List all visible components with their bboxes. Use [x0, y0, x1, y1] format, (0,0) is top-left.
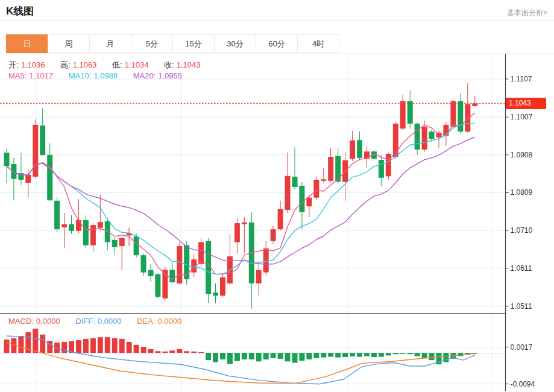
macd-bar: [119, 339, 125, 353]
macd-axis-label: -0.0094: [511, 380, 535, 388]
candle: [25, 175, 31, 183]
candle: [299, 186, 304, 212]
candle: [393, 124, 398, 157]
macd-readout: MACD:0.0000 DIFF:0.0000 DEA:0.0000: [8, 317, 184, 326]
close-label: 收:: [164, 60, 174, 69]
candle: [198, 242, 204, 264]
candle: [61, 224, 67, 227]
low-value: 1.1034: [125, 60, 149, 69]
price-axis-label: 1.0809: [511, 188, 533, 197]
macd-bar: [429, 353, 435, 360]
macd-bar: [235, 353, 240, 361]
macd-bar: [220, 353, 225, 359]
macd-bar: [69, 341, 74, 353]
macd-bar: [408, 353, 413, 354]
candle: [177, 246, 182, 283]
candle: [119, 238, 125, 246]
macd-bar: [379, 353, 384, 357]
candle: [220, 277, 225, 296]
candle: [155, 274, 160, 297]
candle: [184, 245, 189, 279]
price-axis-label: 1.0511: [511, 302, 532, 311]
high-label: 高:: [60, 60, 71, 69]
candle: [141, 255, 146, 273]
candle: [313, 180, 319, 198]
macd-bar: [335, 353, 341, 358]
candle: [40, 125, 45, 155]
ohlc-readout: 开:1.1036 高:1.1063 低:1.1034 收:1.1043: [8, 60, 203, 71]
candle: [285, 176, 291, 210]
macd-bar: [321, 353, 326, 358]
candle: [436, 133, 442, 138]
ma20-label: MA20:: [133, 71, 156, 80]
macd-bar: [357, 353, 362, 357]
candle: [415, 124, 420, 150]
candle: [105, 221, 110, 242]
macd-bar: [400, 353, 406, 354]
candle: [400, 101, 406, 129]
macd-bar: [18, 336, 24, 353]
candle: [242, 223, 247, 224]
macd-bar: [169, 350, 175, 353]
open-label: 开:: [8, 60, 19, 69]
macd-bar: [4, 340, 10, 353]
macd-bar: [292, 353, 298, 363]
candle: [422, 127, 427, 150]
candle: [386, 154, 391, 176]
ma20-line: [7, 138, 475, 265]
candle: [357, 140, 362, 158]
candle: [69, 224, 74, 231]
macd-bar: [83, 339, 89, 353]
candle: [134, 236, 139, 255]
macd-bar: [33, 329, 38, 353]
candle: [206, 241, 211, 294]
macd-label: MACD:: [8, 317, 34, 326]
candle: [256, 270, 262, 283]
macd-bar: [191, 352, 197, 353]
macd-bar: [271, 353, 276, 358]
dea-value: 0.0000: [158, 317, 182, 326]
macd-bar: [112, 338, 118, 353]
macd-axis-label: 0.0017: [511, 343, 533, 352]
low-label: 低:: [112, 60, 122, 69]
price-axis-label: 1.1107: [511, 75, 532, 83]
ma-readout: MA5:1.1017 MA10:1.0989 MA20:1.0955: [8, 71, 184, 80]
macd-bar: [206, 353, 211, 360]
candle: [408, 101, 413, 124]
kline-chart-svg[interactable]: 1.11071.10071.09081.08091.07101.06111.05…: [0, 0, 554, 392]
diff-value: 0.0000: [98, 317, 122, 326]
ma10-line: [7, 124, 475, 274]
macd-bar: [127, 342, 132, 353]
macd-bar: [177, 349, 182, 353]
macd-bar: [299, 353, 304, 361]
macd-value: 0.0000: [36, 317, 60, 326]
candle: [278, 209, 283, 230]
price-axis-label: 1.0611: [511, 264, 532, 273]
diff-label: DIFF:: [75, 317, 95, 326]
ma10-value: 1.0989: [93, 71, 118, 80]
macd-bar: [328, 353, 333, 357]
candle: [271, 229, 276, 241]
candle: [429, 131, 435, 139]
macd-bar: [249, 353, 254, 359]
price-axis-label: 1.1007: [511, 113, 533, 121]
macd-bar: [386, 353, 391, 355]
dea-label: DEA:: [137, 317, 155, 326]
candle: [306, 198, 312, 207]
candle: [458, 101, 463, 132]
macd-bar: [393, 353, 398, 354]
macd-bar: [162, 352, 168, 353]
candle: [350, 141, 355, 159]
candle: [90, 225, 96, 245]
candle: [112, 240, 118, 247]
last-price-badge: 1.1043: [506, 98, 546, 109]
candle: [292, 177, 298, 187]
candle: [328, 157, 333, 181]
candle: [379, 160, 384, 178]
close-value: 1.1043: [177, 60, 201, 69]
macd-bar: [141, 347, 146, 353]
candle: [33, 125, 38, 177]
ma5-label: MA5:: [8, 71, 27, 80]
macd-bar: [285, 353, 291, 361]
candle: [169, 270, 175, 282]
